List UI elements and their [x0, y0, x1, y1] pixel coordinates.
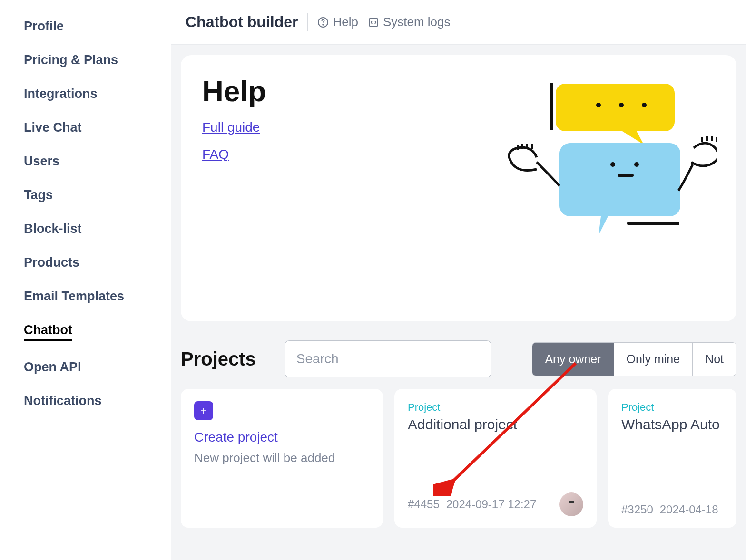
- sidebar-item-users[interactable]: Users: [0, 145, 171, 178]
- owner-filter-group: Any owner Only mine Not: [532, 342, 736, 376]
- help-circle-icon: [317, 17, 329, 28]
- svg-rect-2: [369, 19, 378, 26]
- filter-any-owner[interactable]: Any owner: [532, 343, 614, 376]
- project-card[interactable]: Project WhatsApp Auto #3250 2024-04-18: [608, 389, 736, 528]
- sidebar-item-chatbot[interactable]: Chatbot: [0, 313, 171, 350]
- sidebar-item-tags[interactable]: Tags: [0, 178, 171, 212]
- page-title: Chatbot builder: [186, 13, 308, 31]
- topbar: Chatbot builder Help System logs: [171, 0, 746, 45]
- project-id: #4455: [408, 498, 440, 511]
- project-date: 2024-09-17 12:27: [446, 498, 537, 511]
- plus-icon: +: [194, 401, 213, 420]
- filter-not[interactable]: Not: [693, 343, 736, 376]
- topbar-help-link[interactable]: Help: [317, 15, 358, 29]
- sidebar-item-integrations[interactable]: Integrations: [0, 77, 171, 111]
- svg-point-4: [619, 103, 624, 107]
- projects-header: Projects Any owner Only mine Not: [181, 340, 736, 377]
- main-area: Chatbot builder Help System logs Help Fu…: [171, 0, 746, 560]
- project-label: Project: [621, 401, 723, 414]
- sidebar-item-email-templates[interactable]: Email Templates: [0, 280, 171, 313]
- svg-rect-9: [618, 174, 634, 177]
- avatar: [560, 492, 583, 516]
- svg-rect-6: [550, 83, 553, 130]
- sidebar-item-pricing[interactable]: Pricing & Plans: [0, 43, 171, 77]
- project-card[interactable]: Project Additional project #4455 2024-09…: [394, 389, 597, 528]
- sidebar-item-block-list[interactable]: Block-list: [0, 212, 171, 246]
- topbar-syslogs-label: System logs: [383, 15, 451, 29]
- search-input[interactable]: [285, 340, 491, 377]
- chatbot-illustration: [489, 74, 717, 245]
- sidebar-item-products[interactable]: Products: [0, 246, 171, 280]
- svg-point-3: [596, 103, 601, 107]
- help-card: Help Full guide FAQ: [181, 55, 736, 321]
- project-name: WhatsApp Auto: [621, 416, 723, 433]
- project-cards-row: + Create project New project will be add…: [181, 389, 736, 528]
- create-project-subtitle: New project will be added: [194, 451, 370, 465]
- svg-point-5: [642, 103, 647, 107]
- sidebar-item-notifications[interactable]: Notifications: [0, 384, 171, 418]
- project-date: 2024-04-18: [660, 503, 718, 516]
- project-label: Project: [408, 401, 583, 414]
- content-area: Help Full guide FAQ: [171, 45, 746, 560]
- projects-title: Projects: [181, 348, 256, 370]
- svg-point-8: [634, 162, 639, 167]
- svg-rect-10: [627, 222, 679, 225]
- create-project-card[interactable]: + Create project New project will be add…: [181, 389, 383, 528]
- svg-point-7: [610, 162, 615, 167]
- sidebar: Profile Pricing & Plans Integrations Liv…: [0, 0, 171, 560]
- sidebar-item-profile[interactable]: Profile: [0, 10, 171, 43]
- sidebar-item-open-api[interactable]: Open API: [0, 350, 171, 384]
- svg-point-1: [323, 24, 324, 25]
- filter-only-mine[interactable]: Only mine: [614, 343, 693, 376]
- project-id: #3250: [621, 503, 653, 516]
- sidebar-item-live-chat[interactable]: Live Chat: [0, 111, 171, 145]
- topbar-system-logs-link[interactable]: System logs: [368, 15, 451, 29]
- create-project-title: Create project: [194, 430, 370, 445]
- code-brackets-icon: [368, 17, 379, 28]
- project-name: Additional project: [408, 416, 583, 433]
- topbar-help-label: Help: [333, 15, 358, 29]
